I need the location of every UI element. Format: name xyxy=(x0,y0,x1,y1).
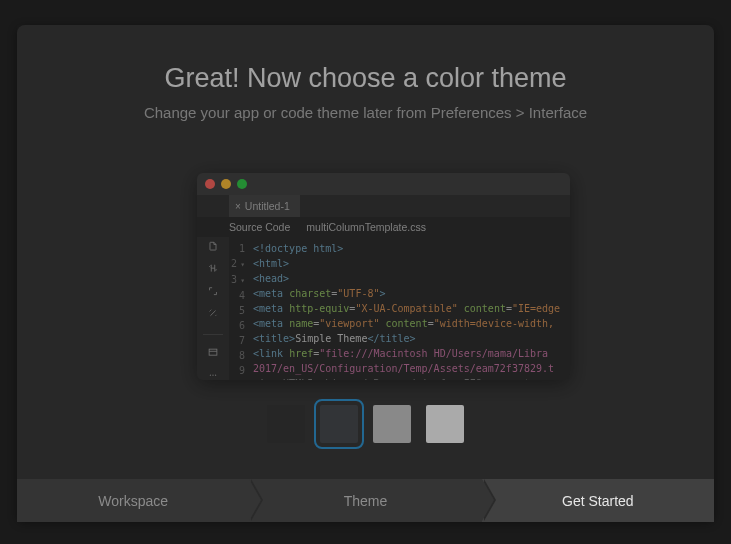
css-tab: multiColumnTemplate.css xyxy=(306,221,426,233)
theme-swatch-light-grey[interactable] xyxy=(373,405,411,443)
step-theme[interactable]: Theme xyxy=(249,479,481,522)
close-tab-icon: × xyxy=(235,201,241,212)
step-label: Workspace xyxy=(98,493,168,509)
document-tab: × Untitled-1 xyxy=(229,195,300,217)
step-workspace[interactable]: Workspace xyxy=(17,479,249,522)
more-icon xyxy=(206,370,220,380)
step-label: Get Started xyxy=(562,493,634,509)
document-tabbar: × Untitled-1 xyxy=(197,195,570,217)
code-area: <!doctype html> <html> <head> <meta char… xyxy=(249,237,570,380)
svg-point-3 xyxy=(215,374,216,375)
panel-icon xyxy=(206,347,220,357)
wizard-steps: Workspace Theme Get Started xyxy=(17,479,714,522)
tool-column xyxy=(197,237,229,380)
close-icon xyxy=(205,179,215,189)
theme-swatch-medium-dark[interactable] xyxy=(320,405,358,443)
onboarding-panel: Great! Now choose a color theme Change y… xyxy=(17,25,714,521)
step-label: Theme xyxy=(344,493,388,509)
maximize-icon xyxy=(237,179,247,189)
source-tab: Source Code xyxy=(229,221,290,233)
theme-swatch-row xyxy=(17,405,714,443)
step-get-started[interactable]: Get Started xyxy=(482,479,714,522)
line-gutter: 1 2▾ 3▾ 4 5 6 7 8 9 xyxy=(229,237,249,380)
wand-icon xyxy=(206,308,220,318)
split-icon xyxy=(206,263,220,273)
editor-preview: × Untitled-1 Source Code multiColumnTemp… xyxy=(197,173,570,380)
minimize-icon xyxy=(221,179,231,189)
window-titlebar xyxy=(197,173,570,195)
svg-rect-0 xyxy=(209,349,217,355)
source-tabbar: Source Code multiColumnTemplate.css xyxy=(197,217,570,237)
page-subtitle: Change your app or code theme later from… xyxy=(17,94,714,121)
theme-swatch-white[interactable] xyxy=(426,405,464,443)
file-icon xyxy=(206,241,220,251)
theme-swatch-dark[interactable] xyxy=(267,405,305,443)
svg-point-1 xyxy=(210,374,211,375)
document-tab-label: Untitled-1 xyxy=(245,200,290,212)
svg-point-2 xyxy=(212,374,213,375)
expand-icon xyxy=(206,286,220,296)
page-title: Great! Now choose a color theme xyxy=(17,25,714,94)
